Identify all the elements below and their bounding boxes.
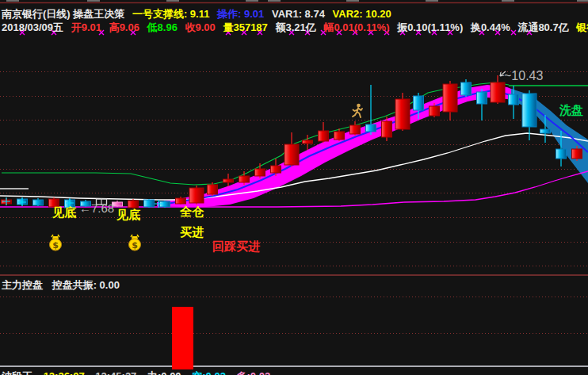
candle	[284, 144, 299, 165]
high-value: 高9.06	[109, 21, 139, 33]
status-indicator-name: 波段王	[2, 370, 32, 375]
close-value: 收9.00	[185, 21, 216, 33]
float-cap-value: 流通80.7亿	[517, 21, 568, 33]
wash-label: 洗盘	[559, 104, 583, 116]
high-price-label: ~10.43	[504, 70, 543, 82]
candle	[271, 166, 281, 173]
candle	[239, 176, 250, 182]
header-row-2: 2018/03/09五 开9.01 高9.06 低8.96 收9.00 量357…	[2, 21, 588, 35]
candle	[572, 149, 582, 159]
var2-value: VAR2: 10.20	[333, 8, 391, 20]
resonance-value: 控盘共振: 0.00	[52, 279, 120, 291]
candlestick-chart[interactable]	[0, 0, 588, 375]
svg-text:$: $	[52, 240, 59, 251]
candle	[382, 121, 392, 137]
buy-in-label: 买进	[180, 226, 204, 238]
candle	[255, 169, 265, 176]
open-value: 开9.01	[71, 21, 101, 33]
control-resonance-bar	[172, 307, 193, 369]
candle	[414, 96, 424, 110]
candle	[366, 124, 376, 132]
status-time-2: 12:45:27	[95, 370, 136, 375]
sector-label: 银行	[576, 21, 588, 33]
bottom-signal-label-2: 见底	[116, 209, 140, 220]
candle	[540, 129, 551, 133]
status-bar: 波段王 12:36:07 12:45:27 力:0.00 空:0.03 多:0.…	[2, 369, 278, 375]
pullback-buy-label: 回踩买进	[212, 240, 260, 252]
candle	[556, 149, 567, 159]
action-value: 操作: 9.01	[217, 8, 264, 20]
low-value: 低8.96	[147, 21, 178, 33]
candle	[208, 185, 218, 194]
bottom-signal-label-1: 见底	[52, 206, 76, 218]
candle	[509, 94, 519, 105]
candle	[33, 200, 44, 205]
status-long-value: 多:0.03	[237, 370, 271, 375]
date-label: 2018/03/09五	[2, 21, 63, 33]
full-position-label: 全仓	[180, 205, 204, 217]
svg-text:$: $	[132, 240, 138, 251]
low-price-label: ←7.68	[79, 202, 114, 214]
running-man-icon	[351, 103, 364, 124]
candle	[461, 82, 472, 95]
candle	[303, 140, 313, 143]
candle	[144, 200, 155, 207]
candle	[477, 92, 487, 104]
candle	[522, 94, 536, 127]
var1-value: VAR1: 8.74	[272, 8, 325, 20]
candle	[128, 201, 139, 208]
sub-indicator-name: 主力控盘	[2, 279, 43, 291]
status-time-1: 12:36:07	[44, 370, 85, 375]
stock-app-window: 南京银行(日线) 操盘王决策 一号支撑线: 9.11 操作: 9.01 VAR1…	[0, 0, 588, 375]
volume-value: 量357187	[223, 21, 267, 33]
status-power-value: 力:0.00	[147, 370, 181, 375]
candle	[176, 198, 186, 204]
header-row-1: 南京银行(日线) 操盘王决策 一号支撑线: 9.11 操作: 9.01 VAR1…	[2, 7, 396, 21]
support-line-value: 一号支撑线: 9.11	[132, 8, 210, 20]
change-value: 幅0.01(0.11%)	[323, 21, 389, 33]
candle	[443, 84, 457, 112]
turnover-value: 换0.44%	[471, 21, 510, 33]
candle	[350, 125, 361, 134]
candle	[395, 99, 410, 129]
candle	[491, 82, 505, 102]
money-bag-icon: $	[128, 234, 142, 254]
money-bag-icon: $	[48, 234, 63, 254]
amplitude-value: 振0.10(1.11%)	[397, 21, 463, 33]
candle	[334, 132, 345, 140]
candle	[319, 131, 329, 141]
candle	[189, 188, 204, 203]
amount-value: 额3.21亿	[275, 21, 315, 33]
sub-panel-header: 主力控盘 控盘共振: 0.00	[2, 278, 126, 293]
candle	[430, 106, 440, 116]
candle	[223, 179, 234, 182]
stock-title: 南京银行(日线) 操盘王决策	[2, 8, 124, 20]
status-short-value: 空:0.03	[192, 370, 226, 375]
